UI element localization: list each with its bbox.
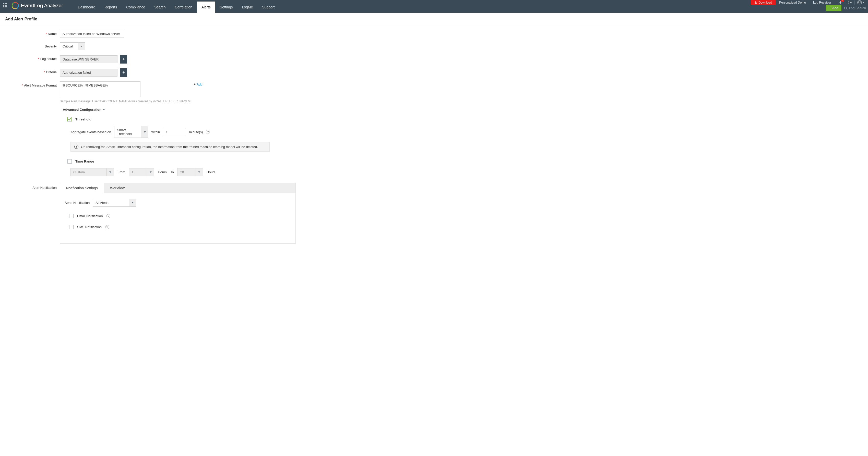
from-hour-select[interactable]: 1	[129, 168, 154, 176]
threshold-info-text: On removing the Smart Threshold configur…	[81, 145, 258, 149]
notif-badge: 3	[841, 0, 844, 2]
message-format-textarea[interactable]: %SOURCE% : %MESSAGE%	[60, 82, 141, 97]
criteria-add-button[interactable]: +	[120, 68, 127, 77]
top-right-actions: + Add Log Search	[826, 5, 866, 11]
info-icon: i	[74, 145, 79, 149]
email-notification-label: Email Notification	[77, 214, 103, 218]
name-input[interactable]	[60, 30, 124, 38]
from-hour-value: 1	[129, 168, 147, 176]
nav-search[interactable]: Search	[150, 2, 170, 13]
within-label: within	[151, 130, 160, 134]
chevron-down-icon	[103, 109, 105, 110]
logo-text: EventLog Analyzer	[21, 3, 63, 8]
separator	[845, 1, 845, 5]
threshold-mode-value: Smart Threshold	[115, 126, 141, 137]
chevron-down-icon	[141, 126, 148, 137]
msgfmt-label: *Alert Message Format	[0, 82, 60, 87]
plus-icon: +	[829, 6, 831, 10]
severity-select[interactable]: Critical	[60, 42, 85, 50]
demo-link[interactable]: Personalized Demo	[776, 0, 809, 5]
threshold-label: Threshold	[75, 118, 91, 121]
criteria-label: *Criteria	[0, 68, 60, 74]
chevron-down-icon	[850, 2, 852, 3]
severity-label: Severity	[0, 42, 60, 48]
timerange-checkbox[interactable]	[67, 159, 72, 164]
send-notification-select[interactable]: All Alerts	[93, 199, 136, 207]
tab-body: Send Notification All Alerts Email Notif…	[60, 193, 296, 244]
search-placeholder: Log Search	[849, 6, 866, 10]
chevron-down-icon	[196, 168, 203, 176]
threshold-checkbox[interactable]	[67, 117, 72, 122]
page-title: Add Alert Profile	[0, 13, 868, 25]
nav-settings[interactable]: Settings	[215, 2, 238, 13]
tab-notification-settings[interactable]: Notification Settings	[60, 183, 104, 193]
to-hour-select[interactable]: 20	[178, 168, 203, 176]
main-nav: Dashboard Reports Compliance Search Corr…	[73, 2, 279, 13]
timerange-label: Time Range	[75, 160, 94, 163]
chevron-down-icon	[78, 43, 85, 50]
nav-compliance[interactable]: Compliance	[122, 2, 150, 13]
send-notification-value: All Alerts	[93, 199, 129, 206]
help-icon[interactable]: ?	[206, 130, 210, 134]
criteria-field[interactable]: Authorization failed	[60, 69, 118, 76]
chevron-down-icon	[147, 168, 154, 176]
nav-correlation[interactable]: Correlation	[170, 2, 197, 13]
advanced-config-toggle[interactable]: Advanced Configuration	[63, 108, 868, 111]
to-hour-value: 20	[178, 168, 196, 176]
sms-notification-label: SMS Notification	[77, 225, 102, 229]
notification-tabs: Notification Settings Workflow	[60, 183, 296, 193]
separator	[855, 1, 855, 5]
send-notification-label: Send Notification	[65, 201, 90, 205]
log-receiver-link[interactable]: Log Receiver	[809, 0, 835, 5]
top-right-bar: Download Personalized Demo Log Receiver …	[751, 0, 866, 5]
help-icon[interactable]: ?	[106, 214, 110, 218]
chevron-down-icon	[862, 2, 864, 3]
svg-line-1	[846, 9, 847, 10]
threshold-info: i On removing the Smart Threshold config…	[70, 142, 270, 152]
severity-value: Critical	[60, 43, 78, 50]
product-logo[interactable]: EventLog Analyzer	[12, 2, 63, 9]
help-button[interactable]: ?	[846, 0, 854, 5]
nav-logme[interactable]: LogMe	[237, 2, 257, 13]
download-icon	[754, 1, 757, 4]
email-notification-checkbox[interactable]	[69, 214, 73, 218]
nav-support[interactable]: Support	[257, 2, 279, 13]
sms-notification-checkbox[interactable]	[69, 225, 73, 229]
download-button[interactable]: Download	[751, 0, 776, 5]
add-field-link[interactable]: + Add	[193, 83, 203, 86]
svg-point-0	[844, 7, 846, 9]
nav-reports[interactable]: Reports	[100, 2, 122, 13]
topbar: EventLog Analyzer Dashboard Reports Comp…	[0, 0, 868, 13]
sample-message: Sample Alert message: User %ACCOUNT_NAME…	[60, 100, 191, 103]
nav-dashboard[interactable]: Dashboard	[73, 2, 100, 13]
from-label: From	[118, 170, 125, 174]
avatar-icon	[857, 0, 862, 5]
plus-icon: +	[122, 57, 125, 62]
user-menu[interactable]	[856, 0, 866, 5]
aggregate-label: Aggregate events based on	[70, 130, 111, 134]
minutes-label: minute(s)	[189, 130, 203, 134]
notifications-button[interactable]: 3	[837, 0, 844, 5]
logsource-add-button[interactable]: +	[120, 55, 127, 64]
hours-label-2: Hours	[207, 170, 216, 174]
search-icon	[844, 6, 847, 10]
apps-grid-icon[interactable]	[3, 3, 7, 7]
logsource-field[interactable]: Database,WIN SERVER	[60, 55, 118, 63]
plus-icon: +	[122, 70, 125, 75]
threshold-mode-select[interactable]: Smart Threshold	[114, 126, 148, 138]
add-button[interactable]: + Add	[826, 5, 841, 11]
help-icon[interactable]: ?	[105, 225, 109, 229]
hours-label: Hours	[158, 170, 167, 174]
logo-swirl-icon	[11, 1, 20, 10]
within-minutes-input[interactable]	[163, 128, 186, 136]
tab-workflow[interactable]: Workflow	[104, 183, 131, 193]
log-search[interactable]: Log Search	[844, 6, 866, 10]
timerange-mode-value: Custom	[71, 168, 106, 176]
logsource-label: *Log source	[0, 55, 60, 61]
nav-alerts[interactable]: Alerts	[197, 2, 215, 13]
alert-profile-form: *Name Severity Critical *Log source Data…	[0, 25, 868, 254]
check-icon	[68, 118, 71, 121]
chevron-down-icon	[129, 199, 136, 206]
alert-notification-label: Alert Notification	[0, 183, 60, 190]
timerange-mode-select[interactable]: Custom	[70, 168, 114, 176]
